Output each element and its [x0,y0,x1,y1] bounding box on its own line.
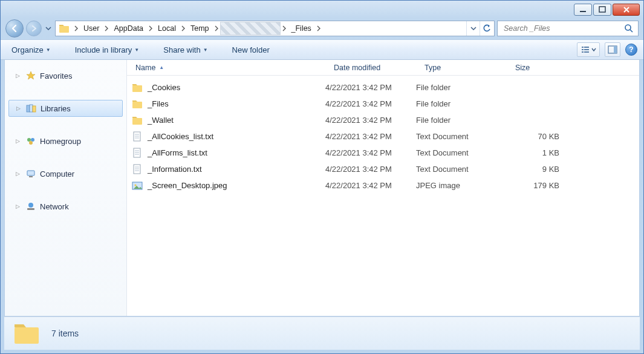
nav-computer[interactable]: ▷ Computer [8,165,123,182]
column-type[interactable]: Type [416,64,507,72]
file-row[interactable]: _AllCookies_list.txt4/22/2021 3:42 PMTex… [127,128,639,145]
breadcrumb-redacted[interactable] [220,22,281,35]
file-date: 4/22/2021 3:42 PM [325,148,416,157]
nav-homegroup[interactable]: ▷ Homegroup [8,133,123,149]
preview-pane-button[interactable] [605,42,620,57]
chevron-right-icon[interactable] [147,25,154,31]
star-icon [25,70,36,81]
file-list-pane: Name▲ Date modified Type Size _Cookies4/… [127,60,639,316]
explorer-window: UserAppDataLocalTemp_Files Organize▼ Inc… [0,0,644,354]
file-row[interactable]: _Wallet4/22/2021 3:42 PMFile folder [127,112,639,128]
txt-icon [127,164,148,175]
close-button[interactable] [613,4,640,16]
folder-icon [13,321,41,346]
column-date[interactable]: Date modified [325,64,416,72]
status-text: 7 items [51,329,79,338]
file-type: JPEG image [416,181,507,190]
column-size[interactable]: Size [507,64,564,72]
svg-rect-2 [59,26,69,33]
maximize-button[interactable] [593,4,611,16]
refresh-button[interactable] [480,21,493,36]
file-size: 9 KB [507,165,564,174]
svg-rect-8 [584,49,589,50]
titlebar [1,1,643,18]
file-date: 4/22/2021 3:42 PM [325,116,416,125]
file-row[interactable]: _AllForms_list.txt4/22/2021 3:42 PMText … [127,145,639,161]
svg-line-4 [630,30,633,32]
breadcrumb-item[interactable]: _Files [288,21,315,36]
chevron-right-icon[interactable] [315,25,322,31]
svg-point-21 [28,203,33,208]
svg-rect-20 [29,176,33,177]
file-name: _Files [148,99,325,108]
file-type: Text Document [416,165,507,174]
new-folder-button[interactable]: New folder [227,43,275,57]
view-options-button[interactable] [577,42,600,57]
svg-rect-23 [132,85,142,92]
file-type: Text Document [416,148,507,157]
chevron-right-icon[interactable] [213,25,220,31]
svg-rect-25 [132,118,142,125]
file-name: _Wallet [148,116,325,125]
svg-rect-1 [599,7,605,12]
file-row[interactable]: _Cookies4/22/2021 3:42 PMFile folder [127,79,639,96]
file-date: 4/22/2021 3:42 PM [325,83,416,92]
chevron-right-icon[interactable] [180,25,187,31]
file-type: File folder [416,83,507,92]
svg-rect-14 [30,105,33,112]
command-bar: Organize▼ Include in library▼ Share with… [1,39,643,60]
file-name: _Cookies [148,83,325,92]
file-row[interactable]: _Information.txt4/22/2021 3:42 PMText Do… [127,161,639,177]
chevron-right-icon[interactable] [103,25,110,31]
sort-ascending-icon: ▲ [159,65,164,70]
column-name[interactable]: Name▲ [127,64,325,72]
content-area: ▷ Favorites ▷ Libraries ▷ Homegroup ▷ Co… [4,60,640,316]
image-icon [127,181,148,191]
minimize-button[interactable] [574,4,592,16]
nav-favorites[interactable]: ▷ Favorites [8,67,123,84]
help-button[interactable]: ? [625,44,637,56]
organize-menu[interactable]: Organize▼ [7,43,56,57]
address-bar[interactable]: UserAppDataLocalTemp_Files [55,21,495,36]
history-dropdown[interactable] [44,20,53,37]
svg-rect-13 [27,105,30,112]
breadcrumb-item[interactable]: User [80,21,103,36]
nav-network[interactable]: ▷ Network [8,198,123,215]
file-type: File folder [416,99,507,108]
file-size: 179 KB [507,181,564,190]
nav-libraries[interactable]: ▷ Libraries [8,100,123,117]
file-date: 4/22/2021 3:42 PM [325,181,416,190]
svg-rect-0 [580,11,586,12]
svg-rect-15 [33,106,36,112]
chevron-right-icon[interactable] [281,25,288,31]
file-row[interactable]: _Files4/22/2021 3:42 PMFile folder [127,96,639,112]
breadcrumb-item[interactable]: AppData [110,21,147,36]
svg-rect-19 [27,171,34,175]
search-input[interactable] [504,24,623,33]
svg-rect-22 [27,208,34,210]
search-icon[interactable] [623,23,634,34]
libraries-icon [26,103,37,114]
folder-icon [127,99,148,109]
computer-icon [25,168,36,179]
svg-point-18 [29,141,33,145]
breadcrumb-item[interactable]: Temp [187,21,213,36]
file-name: _AllForms_list.txt [148,148,325,157]
chevron-right-icon[interactable] [73,25,80,31]
forward-button[interactable] [26,21,42,36]
address-dropdown[interactable] [466,21,480,36]
svg-point-17 [31,138,34,142]
svg-rect-9 [582,51,584,53]
file-row[interactable]: _Screen_Desktop.jpeg4/22/2021 3:42 PMJPE… [127,177,639,194]
svg-rect-24 [132,102,142,108]
back-button[interactable] [5,19,24,38]
svg-point-16 [27,138,31,142]
include-in-library-menu[interactable]: Include in library▼ [70,43,145,57]
share-with-menu[interactable]: Share with▼ [158,43,212,57]
search-box[interactable] [497,21,639,36]
file-date: 4/22/2021 3:42 PM [325,99,416,108]
folder-icon [127,116,148,125]
svg-rect-5 [582,47,584,48]
file-size: 70 KB [507,132,564,141]
breadcrumb-item[interactable]: Local [154,21,180,36]
